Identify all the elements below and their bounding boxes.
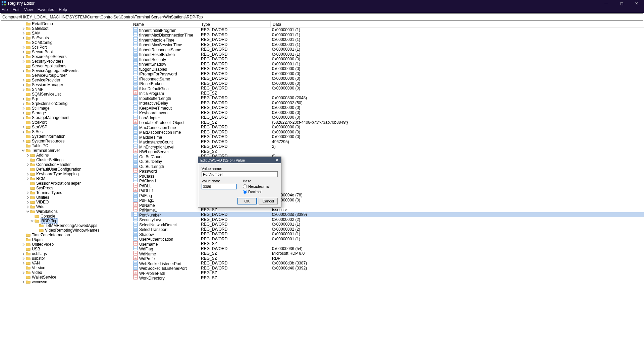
chevron-right-icon[interactable] xyxy=(22,107,25,110)
tree-item[interactable]: SAM xyxy=(0,31,131,36)
tree-item[interactable]: ConnectionHandler xyxy=(0,162,131,167)
value-row[interactable]: 110SelectNetworkDetectREG_DWORD0x0000000… xyxy=(131,222,644,227)
chevron-right-icon[interactable] xyxy=(26,154,29,157)
tree-item[interactable]: ScEvents xyxy=(0,36,131,40)
ok-button[interactable]: OK xyxy=(237,198,257,204)
radio-dec-input[interactable] xyxy=(243,190,247,194)
chevron-right-icon[interactable] xyxy=(22,69,25,72)
tree-item[interactable]: Version xyxy=(0,265,131,270)
tree-item[interactable]: AddIns xyxy=(0,153,131,158)
value-row[interactable]: abWFProfilePathREG_SZ xyxy=(131,270,644,276)
chevron-right-icon[interactable] xyxy=(22,83,25,86)
chevron-right-icon[interactable] xyxy=(22,102,25,105)
value-row[interactable]: 110WebSocketTlsListenerPortREG_DWORD0x00… xyxy=(131,266,644,271)
tree-item[interactable]: ScsiPort xyxy=(0,45,131,50)
close-button[interactable]: ✕ xyxy=(629,0,644,7)
chevron-right-icon[interactable] xyxy=(26,163,29,166)
tree-item[interactable]: Storage xyxy=(0,111,131,115)
chevron-right-icon[interactable] xyxy=(22,130,25,133)
value-row[interactable]: 110fReconnectSameREG_DWORD0x00000000 (0) xyxy=(131,76,644,81)
list-header[interactable]: Name Type Data xyxy=(131,21,644,27)
tree-item[interactable]: StorageManagement xyxy=(0,115,131,120)
chevron-right-icon[interactable] xyxy=(22,60,25,63)
tree-item[interactable]: WalletService xyxy=(0,275,131,280)
maximize-button[interactable]: ▢ xyxy=(614,0,629,7)
chevron-right-icon[interactable] xyxy=(22,37,25,40)
tree-item[interactable]: Console xyxy=(0,214,131,219)
value-row[interactable]: 110LanAdapterREG_DWORD0x00000000 (0) xyxy=(131,115,644,120)
tree-item[interactable]: usbflags xyxy=(0,251,131,256)
tree-item[interactable]: SQMServiceList xyxy=(0,92,131,97)
value-row[interactable]: 110InputBufferLengthREG_DWORD0x00000800 … xyxy=(131,96,644,101)
tree-item[interactable]: StorPort xyxy=(0,120,131,125)
tree-item[interactable]: ServiceAggregatedEvents xyxy=(0,68,131,73)
tree-item[interactable]: ServiceGroupOrder xyxy=(0,73,131,78)
tree-item[interactable]: TimeZoneInformation xyxy=(0,233,131,237)
chevron-right-icon[interactable] xyxy=(22,79,25,82)
col-type[interactable]: Type xyxy=(199,21,271,27)
tree-item[interactable]: ServiceProvider xyxy=(0,78,131,82)
chevron-right-icon[interactable] xyxy=(26,196,29,199)
tree-item[interactable]: Utilities xyxy=(0,195,131,200)
chevron-down-icon[interactable] xyxy=(26,210,29,213)
tree-item[interactable]: SessionArbitrationHelper xyxy=(0,181,131,186)
chevron-right-icon[interactable] xyxy=(22,112,25,115)
address-bar[interactable]: Computer\HKEY_LOCAL_MACHINE\SYSTEM\Curre… xyxy=(1,13,643,21)
chevron-right-icon[interactable] xyxy=(26,205,29,208)
tree-item[interactable]: RDP-Tcp xyxy=(0,219,131,223)
chevron-right-icon[interactable] xyxy=(22,27,25,30)
tree-item[interactable]: Session Manager xyxy=(0,82,131,87)
chevron-right-icon[interactable] xyxy=(22,140,25,143)
value-row[interactable]: 110WebSocketListenerPortREG_DWORD0x00000… xyxy=(131,261,644,266)
chevron-right-icon[interactable] xyxy=(22,126,25,129)
tree-item[interactable]: Video xyxy=(0,270,131,275)
chevron-down-icon[interactable] xyxy=(22,149,25,152)
tree-item[interactable]: USB xyxy=(0,247,131,251)
value-row[interactable]: 110MaxIdleTimeREG_DWORD0x00000000 (0) xyxy=(131,134,644,139)
menu-help[interactable]: Help xyxy=(59,7,67,12)
tree-item[interactable]: UnitedVideo xyxy=(0,242,131,247)
value-row[interactable]: abPdName1REG_SZtssecsrv xyxy=(131,207,644,213)
chevron-right-icon[interactable] xyxy=(22,243,25,246)
tree-item[interactable]: ClusterSettings xyxy=(0,158,131,162)
chevron-right-icon[interactable] xyxy=(22,252,25,255)
tree-item[interactable]: SysProcs xyxy=(0,186,131,190)
cancel-button[interactable]: Cancel xyxy=(259,198,278,204)
tree-item[interactable]: wcncsvc xyxy=(0,280,131,284)
title-bar[interactable]: Registry Editor — ▢ ✕ xyxy=(0,0,644,7)
value-row[interactable]: 110fPromptForPasswordREG_DWORD0x00000000… xyxy=(131,71,644,76)
value-row[interactable]: 110fLogonDisabledREG_DWORD0x00000000 (0) xyxy=(131,66,644,71)
value-row[interactable]: 110ShadowREG_DWORD0x00000001 (1) xyxy=(131,232,644,237)
chevron-right-icon[interactable] xyxy=(22,46,25,49)
value-row[interactable]: 110PortNumberREG_DWORD0x00000d3d (3389) xyxy=(131,212,644,217)
menu-view[interactable]: View xyxy=(24,7,33,12)
value-row[interactable]: 110fResetBrokenREG_DWORD0x00000000 (0) xyxy=(131,81,644,86)
value-row[interactable]: abUsernameREG_SZ xyxy=(131,241,644,246)
value-row[interactable]: 110fInheritMaxSessionTimeREG_DWORD0x0000… xyxy=(131,42,644,47)
tree-pane[interactable]: RetailDemoSafeBootSAMScEventsSCMConfigSc… xyxy=(0,21,131,362)
value-row[interactable]: 110fInheritReconnectSameREG_DWORD0x00000… xyxy=(131,47,644,52)
menu-file[interactable]: File xyxy=(1,7,8,12)
value-row[interactable]: 110MaxInstanceCountREG_DWORD4967295) xyxy=(131,139,644,144)
tree-item[interactable]: SCMConfig xyxy=(0,40,131,45)
menu-favorites[interactable]: Favorites xyxy=(38,7,54,12)
minimize-button[interactable]: — xyxy=(599,0,614,7)
tree-item[interactable]: SystemInformation xyxy=(0,134,131,139)
value-row[interactable]: abNWLogonServerREG_SZ xyxy=(131,149,644,154)
value-row[interactable]: 110fInheritMaxDisconnectionTimeREG_DWORD… xyxy=(131,33,644,38)
chevron-down-icon[interactable] xyxy=(31,220,34,223)
tree-item[interactable]: SecurePipeServers xyxy=(0,54,131,59)
tree-item[interactable]: SecureBoot xyxy=(0,50,131,54)
tree-item[interactable]: SecurityProviders xyxy=(0,59,131,64)
dialog-titlebar[interactable]: Edit DWORD (32-bit) Value xyxy=(198,157,281,163)
value-data-input[interactable] xyxy=(202,184,237,189)
tree-item[interactable]: VIDEO xyxy=(0,200,131,204)
tree-item[interactable]: Ubpm xyxy=(0,237,131,242)
value-row[interactable]: 110MaxDisconnectionTimeREG_DWORD0x000000… xyxy=(131,130,644,135)
tree-item[interactable]: Server Applications xyxy=(0,64,131,68)
tree-item[interactable]: KeyboardType Mapping xyxy=(0,172,131,176)
chevron-right-icon[interactable] xyxy=(26,177,29,180)
chevron-right-icon[interactable] xyxy=(22,51,25,54)
menu-edit[interactable]: Edit xyxy=(12,7,19,12)
tree-item[interactable]: usbstor xyxy=(0,256,131,261)
